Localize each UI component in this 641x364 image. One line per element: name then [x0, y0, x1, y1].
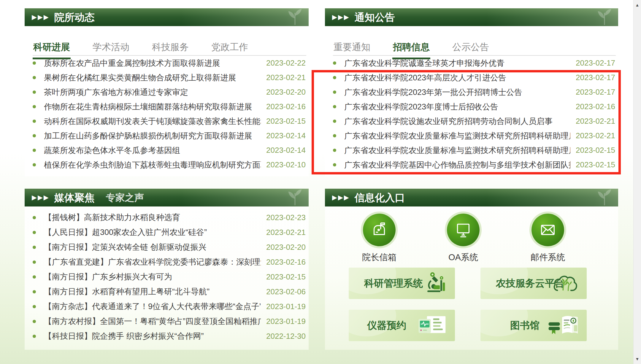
- quick-link-president-mailbox[interactable]: 院长信箱: [347, 214, 412, 263]
- leaf-decoration-icon: [596, 189, 613, 206]
- list-item-title: 广东省农业科学院农业质量标准与监测技术研究所招聘科研助理启事: [344, 131, 570, 141]
- list-item-date: 2023-02-17: [576, 58, 615, 68]
- quick-link-label: 院长信箱: [347, 252, 412, 263]
- news-tabs: 科研进展学术活动科技服务党政工作: [33, 38, 306, 56]
- list-item[interactable]: 蔬菜所发布染色体水平冬瓜参考基因组2023-02-14: [33, 143, 306, 158]
- list-item[interactable]: 广东省农业科学院2023年度博士后招收公告2023-02-16: [333, 99, 615, 114]
- list-item-title: 【南方日报】广东乡村振兴大有可为: [44, 271, 261, 282]
- list-item[interactable]: 广东省农业科学院基因中心作物品质控制与多组学技术创新团队招聘科研...2023-…: [333, 158, 615, 172]
- quick-link-mail-system[interactable]: 邮件系统: [515, 214, 580, 263]
- bullet-icon: [333, 163, 336, 166]
- list-item[interactable]: 作物所在花生青枯病根际土壤细菌群落结构研究取得新进展2023-02-16: [33, 99, 306, 114]
- list-item-date: 2023-02-15: [266, 272, 306, 282]
- list-item[interactable]: 广东省农业科学院2023年第一批公开招聘博士公告2023-02-17: [333, 85, 615, 99]
- list-item[interactable]: 植保所在化学杀虫剂胁迫下荔枝蒂蛀虫毒理响应机制研究方面取得新进展2023-02-…: [33, 158, 306, 172]
- bullet-icon: [333, 134, 336, 137]
- bullet-icon: [333, 105, 336, 108]
- panel-title: 信息化入口: [355, 192, 405, 203]
- bullet-icon: [33, 275, 36, 279]
- card-research-management-system[interactable]: 科研管理系统: [349, 268, 455, 299]
- quick-link-label: 邮件系统: [515, 252, 580, 263]
- tab-公示公告[interactable]: 公示公告: [452, 38, 490, 58]
- list-item[interactable]: 广东省农业科学院设施农业研究所招聘劳动合同制人员启事2023-02-21: [333, 114, 615, 128]
- list-item-title: 作物所在花生青枯病根际土壤细菌群落结构研究取得新进展: [44, 101, 261, 112]
- list-item[interactable]: 广东省农业科学院2023年高层次人才引进公告2023-02-17: [333, 70, 615, 85]
- bullet-icon: [33, 163, 36, 166]
- scroll-up-arrow[interactable]: ▲: [634, 0, 641, 10]
- list-item-title: 广东省农业科学院设施农业研究所招聘劳动合同制人员启事: [344, 116, 570, 127]
- list-item-date: 2023-02-23: [266, 213, 306, 222]
- cloud-wheat-icon: [552, 271, 579, 296]
- list-item[interactable]: 【南方农村报】全国第一！粤稻“黄华占”四度登顶全国籼稻推广面...2023-01…: [33, 314, 306, 329]
- bullet-icon: [33, 76, 36, 79]
- card-instrument-booking[interactable]: 仪器预约: [349, 310, 455, 341]
- list-item-title: 蔬菜所发布染色体水平冬瓜参考基因组: [44, 145, 261, 156]
- bullet-icon: [33, 320, 36, 323]
- list-item-date: 2023-02-21: [266, 73, 306, 82]
- news-list: 质标所在农产品中重金属控制技术方面取得新进展2023-02-22果树所在化橘红果…: [33, 56, 306, 172]
- list-item-title: 【南方日报】定策兴农铸全链 创新驱动促振兴: [44, 242, 261, 252]
- list-item[interactable]: 【摇钱树】高新技术助力水稻良种选育2023-02-23: [33, 210, 306, 225]
- list-item[interactable]: 【人民日报】超300家农企入驻广州农业“硅谷”2023-02-21: [33, 225, 306, 240]
- list-item[interactable]: 【南方杂志】代表通道来了！9位省人大代表带来哪些“金点子”？2023-01-19: [33, 299, 306, 314]
- list-item[interactable]: 动科所在国际权威期刊发表关于钝顶螺旋藻改善家禽生长性能和调控免疫...2023-…: [33, 114, 306, 128]
- list-item[interactable]: 茶叶所两项广东省地方标准通过专家审定2023-02-20: [33, 85, 306, 99]
- list-item-date: 2023-02-16: [266, 257, 306, 267]
- list-item-title: 【南方杂志】代表通道来了！9位省人大代表带来哪些“金点子”？: [44, 301, 261, 312]
- list-item[interactable]: 加工所在山药多酚保护肠粘膜损伤机制研究方面取得新进展2023-02-14: [33, 128, 306, 143]
- list-item-title: 茶叶所两项广东省地方标准通过专家审定: [44, 87, 261, 98]
- list-item-date: 2023-02-15: [576, 146, 615, 155]
- list-item-date: 2023-02-20: [266, 243, 306, 252]
- card-label: 仪器预约: [367, 319, 406, 332]
- list-item-date: 2023-02-16: [576, 102, 615, 111]
- card-agritech-cloud-platform[interactable]: 农技服务云平台: [480, 268, 587, 299]
- bullet-icon: [333, 76, 336, 79]
- list-item-title: 广东省农业科学院农业质量标准与监测技术研究所招聘科研助理启事: [344, 145, 570, 156]
- list-item-title: 加工所在山药多酚保护肠粘膜损伤机制研究方面取得新进展: [44, 131, 261, 141]
- leaf-decoration-icon: [287, 9, 303, 26]
- scroll-down-arrow[interactable]: ▼: [634, 354, 641, 364]
- list-item[interactable]: 广东省农业科学院诚邀全球英才申报海外优青2023-02-17: [333, 56, 615, 70]
- tab-党政工作[interactable]: 党政工作: [211, 38, 249, 58]
- quick-link-label: OA系统: [431, 252, 496, 263]
- triple-arrow-icon: ▶▶▶: [32, 13, 50, 21]
- list-item-date: 2023-02-17: [576, 73, 615, 82]
- list-item-date: 2023-02-21: [576, 117, 615, 126]
- list-item[interactable]: 果树所在化橘红果实类黄酮生物合成研究上取得新进展2023-02-21: [33, 70, 306, 85]
- list-item-date: 2023-02-14: [266, 146, 306, 155]
- panel-title[interactable]: 媒体聚焦: [54, 192, 95, 203]
- list-item-date: 2022-12-30: [266, 332, 306, 341]
- list-item[interactable]: 广东省农业科学院农业质量标准与监测技术研究所招聘科研助理启事2023-02-21: [333, 128, 615, 143]
- panel-title: 院所动态: [54, 12, 95, 23]
- list-item[interactable]: 【广东省直党建】广东省农业科学院党委书记廖森泰：深刻理解中国...2023-02…: [33, 255, 306, 269]
- panel-notices-header: ▶▶▶通知公告: [325, 8, 618, 26]
- panel-notices: ▶▶▶通知公告 重要通知招聘信息公示公告 广东省农业科学院诚邀全球英才申报海外优…: [325, 8, 618, 176]
- media-list: 【摇钱树】高新技术助力水稻良种选育2023-02-23【人民日报】超300家农企…: [33, 210, 306, 344]
- quick-link-oa-system[interactable]: OA系统: [431, 214, 496, 263]
- list-item-title: 植保所在化学杀虫剂胁迫下荔枝蒂蛀虫毒理响应机制研究方面取得新进展: [44, 160, 261, 170]
- list-item[interactable]: 【南方日报】定策兴农铸全链 创新驱动促振兴2023-02-20: [33, 240, 306, 255]
- list-item[interactable]: 【南方日报】水稻育种有望用上粤研“北斗导航”2023-02-06: [33, 284, 306, 299]
- bullet-icon: [33, 90, 36, 94]
- panel-portal-header: ▶▶▶信息化入口: [325, 189, 618, 206]
- bullet-icon: [33, 260, 36, 264]
- vertical-scrollbar[interactable]: ▲ ▼: [633, 0, 641, 364]
- list-item[interactable]: 【科技日报】院企携手 织密乡村振兴“合作网”2022-12-30: [33, 329, 306, 344]
- bullet-icon: [33, 120, 36, 123]
- tab-重要通知[interactable]: 重要通知: [333, 38, 371, 58]
- list-item-title: 动科所在国际权威期刊发表关于钝顶螺旋藻改善家禽生长性能和调控免疫...: [44, 116, 261, 127]
- panel-subtitle[interactable]: 专家之声: [106, 192, 144, 203]
- list-item[interactable]: 质标所在农产品中重金属控制技术方面取得新进展2023-02-22: [33, 56, 306, 70]
- bullet-icon: [33, 105, 36, 108]
- list-item[interactable]: 广东省农业科学院农业质量标准与监测技术研究所招聘科研助理启事2023-02-15: [333, 143, 615, 158]
- panel-institute-news: ▶▶▶院所动态 科研进展学术活动科技服务党政工作 质标所在农产品中重金属控制技术…: [25, 8, 309, 176]
- leaf-decoration-icon: [287, 189, 303, 206]
- list-item[interactable]: 【南方日报】广东乡村振兴大有可为2023-02-15: [33, 269, 306, 284]
- card-library[interactable]: 图书馆: [480, 310, 587, 341]
- tab-科技服务[interactable]: 科技服务: [151, 38, 189, 58]
- list-item-date: 2023-02-10: [266, 160, 306, 169]
- list-item-title: 广东省农业科学院2023年第一批公开招聘博士公告: [344, 87, 570, 98]
- books-icon: [546, 313, 579, 338]
- tab-学术活动[interactable]: 学术活动: [92, 38, 130, 58]
- bullet-icon: [33, 305, 36, 308]
